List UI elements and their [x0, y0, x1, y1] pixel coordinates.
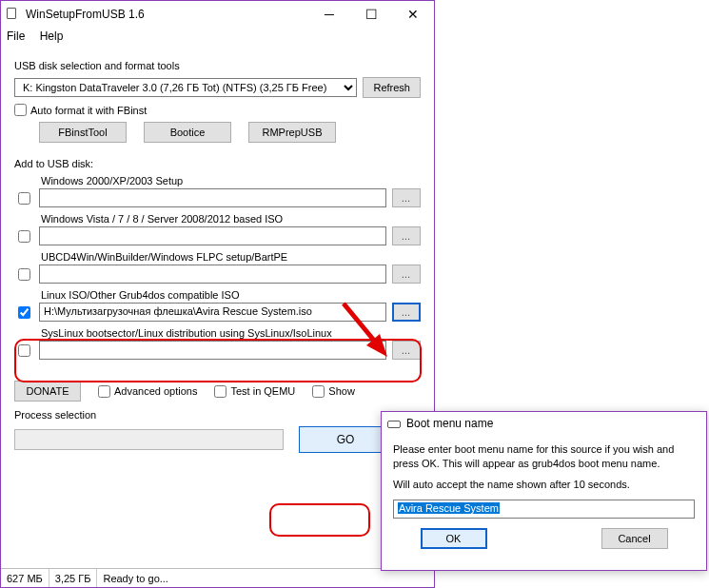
menubar: File Help: [1, 28, 434, 47]
fbinst-button[interactable]: FBinstTool: [39, 122, 127, 143]
source-label: Windows Vista / 7 / 8 / Server 2008/2012…: [41, 213, 421, 225]
go-button[interactable]: GO: [299, 426, 392, 453]
status-size: 627 МБ: [1, 569, 49, 587]
titlebar: WinSetupFromUSB 1.6 ─ ☐ ✕: [1, 1, 434, 28]
dialog-text-1: Please enter boot menu name for this sou…: [393, 442, 695, 471]
dialog-title: Boot menu name: [406, 417, 706, 430]
source-checkbox[interactable]: [18, 344, 30, 357]
rmprep-button[interactable]: RMPrepUSB: [248, 122, 336, 143]
dialog-content: Please enter boot menu name for this sou…: [382, 435, 706, 557]
statusbar: 627 МБ 3,25 ГБ Ready to go...: [1, 568, 434, 587]
qemu-checkbox[interactable]: Test in QEMU: [214, 385, 295, 398]
usb-icon: [7, 8, 20, 21]
main-window: WinSetupFromUSB 1.6 ─ ☐ ✕ File Help USB …: [0, 0, 435, 588]
source-checkbox[interactable]: [18, 230, 30, 243]
source-label: UBCD4Win/WinBuilder/Windows FLPC setup/B…: [41, 251, 421, 263]
close-button[interactable]: ✕: [392, 1, 434, 28]
ok-button[interactable]: OK: [421, 528, 487, 549]
source-checkbox[interactable]: [18, 268, 30, 281]
browse-button[interactable]: …: [392, 188, 421, 207]
refresh-button[interactable]: Refresh: [363, 77, 421, 98]
source-label: Windows 2000/XP/2003 Setup: [41, 175, 421, 186]
process-selection-label: Process selection: [14, 409, 421, 421]
add-to-usb-label: Add to USB disk:: [14, 158, 421, 169]
browse-button[interactable]: …: [392, 265, 421, 284]
dialog-text-2: Will auto accept the name shown after 10…: [393, 479, 695, 490]
dialog-input-value: Avira Rescue System: [398, 502, 500, 514]
content: USB disk selection and format tools K: K…: [1, 47, 434, 457]
minimize-button[interactable]: ─: [308, 1, 350, 28]
disk-section-label: USB disk selection and format tools: [14, 60, 421, 71]
source-field[interactable]: H:\Мультизагрузочная флешка\Avira Rescue…: [39, 303, 386, 322]
source-field[interactable]: [39, 341, 386, 360]
source-checkbox[interactable]: [18, 192, 30, 205]
menu-help[interactable]: Help: [40, 29, 64, 43]
source-row-ubcd: UBCD4Win/WinBuilder/Windows FLPC setup/B…: [14, 251, 421, 284]
cancel-button[interactable]: Cancel: [601, 528, 668, 549]
status-free: 3,25 ГБ: [49, 569, 98, 587]
donate-button[interactable]: DONATE: [14, 381, 81, 402]
advanced-checkbox[interactable]: Advanced options: [98, 385, 197, 398]
menu-file[interactable]: File: [7, 29, 25, 43]
pork-icon: [387, 417, 401, 430]
annotation-arrow: [338, 298, 395, 364]
source-row-vista: Windows Vista / 7 / 8 / Server 2008/2012…: [14, 213, 421, 245]
progress-bar: [14, 429, 284, 450]
disk-select[interactable]: K: Kingston DataTraveler 3.0 (7,26 ГБ To…: [14, 78, 357, 97]
autoformat-label: Auto format it with FBinst: [30, 105, 147, 116]
boot-menu-dialog: Boot menu name Please enter boot menu na…: [381, 411, 707, 571]
source-checkbox[interactable]: [18, 306, 30, 319]
autoformat-input[interactable]: [14, 104, 27, 116]
source-field[interactable]: [39, 265, 386, 284]
browse-button[interactable]: …: [392, 226, 421, 245]
autoformat-checkbox[interactable]: Auto format it with FBinst: [14, 104, 421, 116]
maximize-button[interactable]: ☐: [350, 1, 392, 28]
source-row-win2000: Windows 2000/XP/2003 Setup …: [14, 175, 421, 207]
bootice-button[interactable]: Bootice: [144, 122, 231, 143]
source-field[interactable]: [39, 226, 386, 245]
dialog-titlebar: Boot menu name: [382, 412, 706, 435]
source-field[interactable]: [39, 188, 386, 207]
browse-button[interactable]: …: [392, 303, 421, 322]
browse-button[interactable]: …: [392, 341, 421, 360]
status-text: Ready to go...: [97, 569, 434, 587]
window-title: WinSetupFromUSB 1.6: [26, 8, 308, 21]
showlog-checkbox[interactable]: Show: [312, 385, 355, 398]
dialog-input[interactable]: Avira Rescue System: [393, 500, 695, 519]
